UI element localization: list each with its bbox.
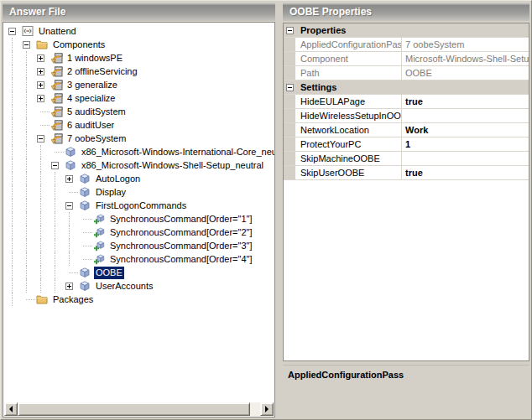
tree-node-useraccounts[interactable]: UserAccounts: [8, 279, 274, 293]
property-value[interactable]: true: [402, 95, 529, 108]
property-value[interactable]: 1: [402, 137, 529, 151]
tree-node-oobe[interactable]: OOBE: [8, 266, 274, 279]
tree-indent-guide: [51, 172, 65, 185]
category-collapse-cell[interactable]: [284, 80, 295, 94]
tree-node-label[interactable]: SynchronousCommand[Order="2"]: [108, 226, 254, 239]
tree-node-label[interactable]: Unattend: [37, 25, 78, 38]
tree-node-firstlogoncommands[interactable]: FirstLogonCommands: [8, 199, 274, 212]
tree-expander-plus-icon[interactable]: [37, 78, 50, 91]
property-row-networklocation[interactable]: NetworkLocationWork: [284, 123, 529, 137]
scroll-left-button[interactable]: [4, 402, 18, 416]
plus-box-icon[interactable]: [37, 68, 44, 75]
tree-node-1-windowspe[interactable]: 1 windowsPE: [8, 51, 274, 65]
property-row-skipmachineoobe[interactable]: SkipMachineOOBE: [284, 152, 529, 166]
minus-box-icon[interactable]: [286, 84, 294, 91]
tree-node-label[interactable]: OOBE: [94, 267, 124, 279]
property-row-skipuseroobe[interactable]: SkipUserOOBEtrue: [284, 166, 529, 180]
tree-node-label[interactable]: Display: [94, 186, 128, 199]
tree-expander-plus-icon[interactable]: [65, 279, 79, 293]
tree-expander-plus-icon[interactable]: [37, 91, 50, 105]
tree-node-label[interactable]: 4 specialize: [65, 92, 117, 105]
tree-expander-minus-icon[interactable]: [51, 158, 65, 172]
answer-file-tree[interactable]: UnattendComponents1 windowsPE2 offlineSe…: [3, 24, 274, 402]
property-value[interactable]: [402, 109, 529, 122]
scrollbar-thumb[interactable]: [18, 402, 250, 416]
tree-node-label[interactable]: UserAccounts: [94, 280, 154, 293]
tree-node-3-generalize[interactable]: 3 generalize: [8, 78, 274, 91]
tree-node-x86-microsoft-windows-shell-setup-neutral[interactable]: x86_Microsoft-Windows-Shell-Setup_neutra…: [8, 158, 274, 172]
grid-category-row[interactable]: Properties: [284, 23, 529, 38]
scroll-right-button[interactable]: [260, 402, 274, 416]
tree-node-synchronouscommand-order-3[interactable]: SynchronousCommand[Order="3"]: [8, 239, 274, 252]
tree-node-label[interactable]: 1 windowsPE: [65, 52, 124, 65]
tree-node-autologon[interactable]: AutoLogon: [8, 172, 274, 185]
tree-node-4-specialize[interactable]: 4 specialize: [8, 91, 274, 105]
tree-node-label[interactable]: 5 auditSystem: [65, 106, 128, 118]
tree-expander-minus-icon[interactable]: [37, 132, 50, 145]
tree-node-label[interactable]: SynchronousCommand[Order="3"]: [108, 240, 254, 252]
tree-connector: [23, 293, 36, 306]
tree-node-label[interactable]: 3 generalize: [65, 79, 119, 91]
tree-node-synchronouscommand-order-2[interactable]: SynchronousCommand[Order="2"]: [8, 226, 274, 239]
scrollbar-track[interactable]: [18, 402, 260, 416]
property-grid[interactable]: PropertiesAppliedConfigurationPass7 oobe…: [283, 23, 529, 361]
tree-node-label[interactable]: x86_Microsoft-Windows-International-Core…: [80, 146, 274, 158]
config-pass-icon: [50, 65, 65, 78]
property-row-appliedconfigurationpass[interactable]: AppliedConfigurationPass7 oobeSystem: [284, 38, 529, 52]
horizontal-scrollbar[interactable]: [4, 402, 274, 416]
component-cube-icon: [79, 267, 94, 278]
category-collapse-cell[interactable]: [284, 23, 295, 37]
property-row-component[interactable]: ComponentMicrosoft-Windows-Shell-Setup: [284, 52, 529, 66]
plus-box-icon[interactable]: [37, 81, 44, 89]
property-row-path[interactable]: PathOOBE: [284, 66, 529, 80]
property-value[interactable]: Work: [402, 123, 529, 137]
minus-box-icon[interactable]: [65, 202, 73, 210]
property-row-hideeulapage[interactable]: HideEULAPagetrue: [284, 95, 529, 109]
property-row-hidewirelesssetupinoobe[interactable]: HideWirelessSetupInOOBE: [284, 109, 529, 123]
tree-node-synchronouscommand-order-1[interactable]: SynchronousCommand[Order="1"]: [8, 212, 274, 226]
tree-node-label[interactable]: SynchronousCommand[Order="1"]: [108, 213, 254, 226]
tree-node-6-audituser[interactable]: 6 auditUser: [8, 118, 274, 132]
tree-node-7-oobesystem[interactable]: 7 oobeSystem: [8, 132, 274, 145]
minus-box-icon[interactable]: [23, 41, 30, 49]
tree-node-display[interactable]: Display: [8, 185, 274, 199]
minus-box-icon[interactable]: [37, 135, 44, 143]
property-value[interactable]: true: [402, 166, 529, 179]
tree-node-label[interactable]: 7 oobeSystem: [65, 132, 128, 145]
tree-node-components[interactable]: Components: [8, 38, 274, 51]
tree-node-5-auditsystem[interactable]: 5 auditSystem: [8, 105, 274, 118]
tree-node-label[interactable]: 2 offlineServicing: [65, 65, 139, 78]
tree-node-label[interactable]: Components: [51, 39, 107, 51]
minus-box-icon[interactable]: [51, 162, 59, 169]
tree-node-2-offlineservicing[interactable]: 2 offlineServicing: [8, 65, 274, 78]
grid-category-row[interactable]: Settings: [284, 80, 529, 95]
tree-node-label[interactable]: FirstLogonCommands: [94, 200, 188, 212]
minus-box-icon[interactable]: [8, 28, 16, 35]
tree-expander-plus-icon[interactable]: [37, 65, 50, 78]
minus-box-icon[interactable]: [286, 27, 294, 34]
property-value[interactable]: [402, 152, 529, 165]
tree-node-label[interactable]: 6 auditUser: [65, 119, 116, 132]
tree-node-unattend[interactable]: Unattend: [8, 24, 274, 38]
plus-box-icon[interactable]: [65, 175, 73, 183]
property-value: Microsoft-Windows-Shell-Setup: [402, 52, 529, 65]
tree-node-label[interactable]: Packages: [51, 293, 95, 306]
tree-node-label[interactable]: AutoLogon: [94, 173, 142, 185]
tree-expander-plus-icon[interactable]: [37, 51, 50, 65]
tree-expander-plus-icon[interactable]: [65, 172, 79, 185]
tree-node-label[interactable]: SynchronousCommand[Order="4"]: [108, 253, 254, 266]
row-gutter: [284, 66, 295, 80]
plus-box-icon[interactable]: [37, 95, 44, 102]
tree-node-x86-microsoft-windows-international-core-neutral[interactable]: x86_Microsoft-Windows-International-Core…: [8, 145, 274, 158]
tree-expander-minus-icon[interactable]: [65, 199, 79, 212]
tree-indent-guide: [8, 293, 23, 306]
tree-expander-minus-icon[interactable]: [8, 24, 22, 38]
tree-expander-minus-icon[interactable]: [23, 38, 36, 51]
folder-icon: [36, 39, 51, 50]
property-row-protectyourpc[interactable]: ProtectYourPC1: [284, 137, 529, 152]
plus-box-icon[interactable]: [37, 54, 44, 62]
tree-node-synchronouscommand-order-4[interactable]: SynchronousCommand[Order="4"]: [8, 252, 274, 266]
plus-box-icon[interactable]: [65, 283, 73, 290]
tree-node-label[interactable]: x86_Microsoft-Windows-Shell-Setup_neutra…: [80, 159, 265, 172]
tree-node-packages[interactable]: Packages: [8, 293, 274, 306]
